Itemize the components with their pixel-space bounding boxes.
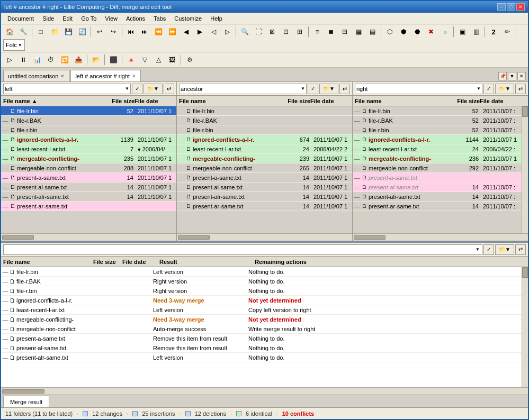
tab-untitled-close[interactable]: ✕ bbox=[60, 74, 65, 79]
left-col-name[interactable]: File name ▲ bbox=[3, 98, 108, 104]
right-row-1[interactable]: — 🗋 file-r.BAK 52 2011/10/07 : bbox=[353, 116, 522, 125]
toolbar-btn-a1[interactable]: ≡ bbox=[311, 25, 324, 38]
tab-comparison[interactable]: left # ancestor # right ✕ bbox=[70, 70, 141, 81]
brow-0[interactable]: —🗋file-lr.bin Left version Nothing to do… bbox=[1, 267, 522, 277]
menu-customize[interactable]: Customize bbox=[170, 14, 206, 23]
anc-row-0[interactable]: 🗋 file-lr.bin bbox=[177, 106, 352, 116]
bcol-name[interactable]: File name bbox=[3, 259, 93, 265]
menu-goto[interactable]: Go To bbox=[77, 14, 101, 23]
brow-7[interactable]: —🗋present-a-same.txt Remove this item fr… bbox=[1, 334, 522, 343]
toolbar2-btn8[interactable]: ⬛ bbox=[107, 53, 120, 66]
right-row-6[interactable]: — 🗋 mergeable-non-conflict 292 2011/10/0… bbox=[353, 163, 522, 173]
tab-ctrl-list[interactable]: ▼ bbox=[508, 72, 516, 80]
right-btn-open[interactable]: 📁▼ bbox=[495, 84, 514, 94]
anc-row-7[interactable]: 🗋 present-a-same.txt 14 2011/10/07 1 bbox=[177, 173, 352, 182]
toolbar2-btn-filter3[interactable]: △ bbox=[152, 53, 165, 66]
toolbar-btn-nav8[interactable]: ▷ bbox=[221, 25, 234, 38]
right-col-size[interactable]: File size bbox=[453, 98, 480, 104]
tab-ctrl-close[interactable]: ✕ bbox=[517, 72, 526, 80]
bottom-vscrollbar[interactable] bbox=[522, 267, 528, 387]
right-row-4[interactable]: — 🗋 least-recent-l-ar.txt 24 2006/04/22 … bbox=[353, 144, 522, 154]
toolbar-btn-a2[interactable]: ≣ bbox=[325, 25, 337, 38]
toolbar-btn-a5[interactable]: ▤ bbox=[366, 25, 379, 38]
right-row-9[interactable]: — 🗋 present-alr-same.txt 14 2011/10/07 : bbox=[353, 192, 522, 202]
bottom-hscroll-thumb[interactable] bbox=[2, 389, 44, 394]
right-vscroll-thumb[interactable] bbox=[522, 106, 528, 117]
toolbar-btn-new[interactable]: □ bbox=[34, 25, 47, 38]
tab-untitled[interactable]: untitled comparison ✕ bbox=[3, 70, 69, 81]
brow-5[interactable]: —🗋mergeable-conflicting- Need 3-way merg… bbox=[1, 315, 522, 324]
left-row-9[interactable]: — 🗋 present-alr-same.txt 14 2011/10/07 1 bbox=[1, 192, 176, 202]
right-col-name[interactable]: File name bbox=[355, 98, 453, 104]
ancestor-col-size[interactable]: File size bbox=[284, 98, 310, 104]
toolbar-btn-zoom5[interactable]: ⊞ bbox=[293, 25, 306, 38]
toolbar-btn-merge4[interactable]: ✖ bbox=[425, 25, 437, 38]
bottom-hscroll-inner[interactable] bbox=[1, 388, 522, 395]
toolbar2-btn-more[interactable]: ⚙ bbox=[183, 53, 196, 66]
toolbar-btn-zoom3[interactable]: ⊠ bbox=[266, 25, 279, 38]
close-button[interactable]: ✕ bbox=[516, 3, 525, 11]
right-row-8[interactable]: — 🗋 present-al-same.txt 14 2011/10/07 : bbox=[353, 182, 522, 192]
ancestor-btn-open[interactable]: 📁▼ bbox=[319, 84, 338, 94]
brow-3[interactable]: —🗋ignored-conflicts-a-l-r. Need 3-way me… bbox=[1, 296, 522, 305]
toolbar-btn-view1[interactable]: ▣ bbox=[456, 25, 469, 38]
menu-document[interactable]: Document bbox=[3, 14, 38, 23]
menu-actions[interactable]: Actions bbox=[122, 14, 149, 23]
ancestor-dropdown[interactable]: ancestor ▼ bbox=[179, 84, 307, 94]
menu-edit[interactable]: Edit bbox=[58, 14, 77, 23]
left-row-7[interactable]: — 🗋 present-a-same.txt 14 2011/10/07 1 bbox=[1, 173, 176, 182]
toolbar-btn-merge5[interactable]: ⬦ bbox=[438, 25, 451, 38]
brow-6[interactable]: —🗋mergeable-non-conflict Auto-merge succ… bbox=[1, 324, 522, 334]
anc-row-4[interactable]: 🗋 least-recent-l-ar.txt 24 2006/04/22 2 bbox=[177, 144, 352, 154]
right-row-0[interactable]: — 🗋 file-lr.bin 52 2011/10/07 : bbox=[353, 106, 522, 116]
right-dropdown[interactable]: right ▼ bbox=[355, 84, 482, 94]
right-row-5[interactable]: — 🗋 mergeable-conflicting- 236 2011/10/0… bbox=[353, 154, 522, 163]
left-col-size[interactable]: File size bbox=[108, 98, 135, 104]
toolbar2-btn4[interactable]: ⏱ bbox=[44, 53, 57, 66]
anc-row-10[interactable]: 🗋 present-ar-same.txt 14 2011/10/07 1 bbox=[177, 202, 352, 211]
anc-hscroll-inner[interactable] bbox=[177, 234, 352, 241]
left-row-0[interactable]: — 🗋 file-lr.bin 52 2011/10/07 1 bbox=[1, 106, 176, 116]
right-row-10[interactable]: — 🗋 present-ar-same.txt 14 2011/10/07 : bbox=[353, 202, 522, 211]
bottom-btn-check[interactable]: ✓ bbox=[483, 244, 494, 255]
toolbar2-btn6[interactable]: 📤 bbox=[72, 53, 85, 66]
brow-4[interactable]: —🗋least-recent-l-ar.txt Left version Cop… bbox=[1, 305, 522, 315]
toolbar-btn-a3[interactable]: ⊟ bbox=[338, 25, 351, 38]
toolbar2-btn-filter2[interactable]: ▽ bbox=[138, 53, 151, 66]
left-dropdown[interactable]: left ▼ bbox=[3, 84, 131, 94]
left-row-6[interactable]: — 🗋 mergeable-non-conflict 288 2011/10/0… bbox=[1, 163, 176, 173]
right-btn-swap[interactable]: ⇄ bbox=[515, 84, 526, 94]
toolbar-btn-nav2[interactable]: ⏭ bbox=[138, 25, 151, 38]
toolbar-btn-reload[interactable]: 🔄 bbox=[76, 25, 88, 38]
left-row-2[interactable]: — 🗋 file-r.bin bbox=[1, 125, 176, 135]
toolbar2-btn2[interactable]: ⏸ bbox=[17, 53, 30, 66]
merge-result-tab[interactable]: Merge result bbox=[3, 396, 49, 407]
ancestor-btn-swap[interactable]: ⇄ bbox=[339, 84, 350, 94]
toolbar-btn-settings[interactable]: 🔧 bbox=[17, 25, 30, 38]
right-hscroll-inner[interactable] bbox=[353, 234, 522, 241]
toolbar-btn-open[interactable]: 📁 bbox=[48, 25, 61, 38]
left-hscroll-thumb[interactable] bbox=[2, 235, 34, 240]
tab-ctrl-pin[interactable]: 📌 bbox=[498, 72, 507, 80]
anc-row-1[interactable]: 🗋 file-r.BAK bbox=[177, 116, 352, 125]
anc-row-8[interactable]: 🗋 present-al-same.txt 14 2011/10/07 1 bbox=[177, 182, 352, 192]
right-col-date[interactable]: File date bbox=[480, 98, 519, 104]
bottom-btn-swap[interactable]: ⇄ bbox=[515, 244, 526, 255]
brow-9[interactable]: —🗋present-alr-same.txt Left version Noth… bbox=[1, 353, 522, 362]
bcol-size[interactable]: File size bbox=[93, 259, 122, 265]
anc-row-5[interactable]: 🗋 mergeable-conflicting- 239 2011/10/07 … bbox=[177, 154, 352, 163]
toolbar-btn-zoom2[interactable]: ⛶ bbox=[252, 25, 265, 38]
toolbar-btn-nav4[interactable]: ⏩ bbox=[166, 25, 178, 38]
toolbar-btn-nav3[interactable]: ⏪ bbox=[152, 25, 165, 38]
bottom-btn-open[interactable]: 📁▼ bbox=[495, 244, 514, 255]
toolbar-btn-nav1[interactable]: ⏮ bbox=[124, 25, 137, 38]
anc-row-3[interactable]: 🗋 ignored-conflicts-a-l-r. 674 2011/10/0… bbox=[177, 135, 352, 144]
right-row-2[interactable]: — 🗋 file-r.bin 52 2011/10/07 : bbox=[353, 125, 522, 135]
left-col-date[interactable]: File date bbox=[135, 98, 174, 104]
left-row-4[interactable]: — 🗋 least-recent-l-ar.txt 7 ♦ 2006/04/ bbox=[1, 144, 176, 154]
left-row-3[interactable]: — 🗋 ignored-conflicts-a-l-r. 1139 2011/1… bbox=[1, 135, 176, 144]
right-btn-check[interactable]: ✓ bbox=[483, 84, 494, 94]
bottom-vscroll-thumb[interactable] bbox=[522, 267, 528, 278]
brow-8[interactable]: —🗋present-al-same.txt Remove this item f… bbox=[1, 343, 522, 353]
toolbar-btn-save[interactable]: 💾 bbox=[62, 25, 75, 38]
